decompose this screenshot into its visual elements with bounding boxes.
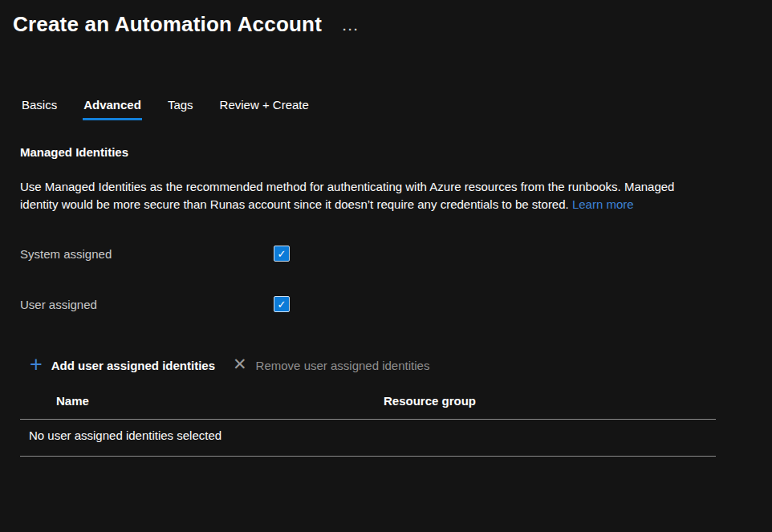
tab-content-advanced: Managed Identities Use Managed Identitie…	[0, 145, 772, 457]
add-button-label: Add user assigned identities	[51, 359, 215, 372]
section-heading: Managed Identities	[20, 145, 752, 159]
x-icon: ✕	[233, 356, 247, 372]
check-icon: ✓	[278, 249, 286, 259]
identities-toolbar: + Add user assigned identities ✕ Remove …	[30, 355, 752, 376]
field-row-system-assigned: System assigned ✓	[20, 245, 752, 262]
page-header: Create an Automation Account ···	[0, 0, 772, 37]
identities-table: Name Resource group No user assigned ide…	[20, 394, 716, 457]
tab-bar: Basics Advanced Tags Review + Create	[21, 98, 772, 120]
field-row-user-assigned: User assigned ✓	[20, 295, 752, 313]
learn-more-link[interactable]: Learn more	[572, 197, 634, 211]
tab-review-create[interactable]: Review + Create	[219, 98, 310, 120]
ellipsis-icon: ···	[343, 22, 360, 36]
system-assigned-checkbox[interactable]: ✓	[274, 246, 290, 262]
system-assigned-label: System assigned	[20, 247, 274, 261]
table-empty-message: No user assigned identities selected	[20, 420, 716, 457]
remove-button-label: Remove user assigned identities	[256, 359, 430, 372]
tab-basics[interactable]: Basics	[21, 98, 58, 120]
remove-user-assigned-identities-button[interactable]: ✕ Remove user assigned identities	[233, 358, 429, 372]
tab-tags[interactable]: Tags	[167, 98, 194, 120]
check-icon: ✓	[278, 299, 286, 310]
column-header-name: Name	[56, 394, 384, 408]
column-header-resource-group: Resource group	[384, 394, 476, 408]
plus-icon: +	[30, 356, 43, 372]
add-user-assigned-identities-button[interactable]: + Add user assigned identities	[30, 359, 215, 372]
section-description: Use Managed Identities as the recommende…	[20, 178, 712, 213]
table-header-row: Name Resource group	[20, 394, 716, 420]
page-title: Create an Automation Account	[13, 12, 322, 37]
more-actions-button[interactable]: ···	[339, 22, 363, 37]
user-assigned-checkbox[interactable]: ✓	[274, 296, 290, 312]
tab-advanced[interactable]: Advanced	[83, 98, 142, 120]
user-assigned-label: User assigned	[20, 298, 274, 311]
